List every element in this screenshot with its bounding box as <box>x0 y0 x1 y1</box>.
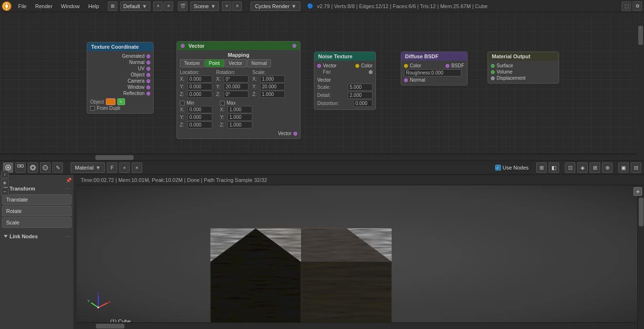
loc-z[interactable]: 0.000 <box>187 91 212 98</box>
rot-x[interactable]: 0° <box>224 75 249 83</box>
f-button[interactable]: F <box>107 162 117 173</box>
matout-surface-row: Surface <box>491 63 556 69</box>
node-toolbar-icon7[interactable]: ▣ <box>618 162 629 173</box>
menu-render[interactable]: Render <box>31 2 56 10</box>
mapping-fields: Location: X: 0.000 Y: 0.000 Z: 0.000 <box>180 69 297 98</box>
diffuse-normal-row: Normal <box>404 77 464 83</box>
view-nav-icon1[interactable]: ↕ <box>1 170 9 178</box>
scl-y[interactable]: 20.000 <box>260 83 285 90</box>
material-preview-icon[interactable] <box>40 162 51 173</box>
noise-distortion[interactable]: 0.000 <box>353 100 373 107</box>
use-nodes-checkbox[interactable]: ✓ <box>495 165 501 170</box>
svg-text:Y: Y <box>87 299 90 303</box>
diffuse-header: Diffuse BSDF <box>401 52 467 61</box>
link-nodes-pin[interactable]: ⋯ <box>65 234 70 239</box>
transform-pin[interactable]: ⋯ <box>65 186 70 191</box>
workspace-close[interactable]: × <box>164 1 173 11</box>
translate-button[interactable]: Translate <box>2 194 72 205</box>
render-preview-icon[interactable] <box>28 162 38 173</box>
scene-add[interactable]: + <box>222 1 231 11</box>
node-scrollbar-bottom-thumb[interactable] <box>95 155 134 160</box>
node-toolbar-icon3[interactable]: ⊡ <box>565 162 575 173</box>
max-checkbox[interactable] <box>220 101 225 106</box>
loc-x[interactable]: 0.000 <box>187 75 212 83</box>
scl-z[interactable]: 1.000 <box>260 91 285 98</box>
scl-x[interactable]: 1.000 <box>260 75 285 83</box>
viewport-left-icons: ↕ ⊕ ↔ <box>0 170 10 196</box>
remove-item-icon[interactable]: × <box>132 162 142 173</box>
viewport-add-button[interactable]: + <box>634 187 642 196</box>
menu-help[interactable]: Help <box>84 2 103 10</box>
link-nodes-expand-icon[interactable] <box>4 235 8 238</box>
roughness-field[interactable]: Roughness:0.000 <box>404 69 461 76</box>
noise-vector-row: Vector Color <box>317 63 373 69</box>
menu-file[interactable]: File <box>14 2 31 10</box>
node-scrollbar-bottom[interactable] <box>0 154 637 160</box>
noise-detail[interactable]: 2.000 <box>348 92 373 99</box>
node-toolbar-icon4[interactable]: ◈ <box>577 162 588 173</box>
node-toolbar-icon2[interactable]: ◧ <box>549 162 559 173</box>
use-nodes-toggle[interactable]: ✓ Use Nodes <box>495 165 529 170</box>
scene-selector[interactable]: Scene ▼ <box>190 1 219 11</box>
add-item-icon[interactable]: + <box>119 162 130 173</box>
node-toolbar-icon8[interactable]: ⊟ <box>631 162 641 173</box>
mapping-title: Mapping <box>180 52 297 58</box>
node-type-icon[interactable] <box>15 162 26 173</box>
scene-icon: 🎬 <box>178 1 187 11</box>
svg-point-11 <box>43 165 48 170</box>
max-y[interactable]: 1.000 <box>228 114 252 121</box>
viewport-scrollbar-bottom[interactable] <box>77 322 637 329</box>
blender-logo <box>2 1 11 11</box>
max-z[interactable]: 1.000 <box>228 121 252 128</box>
view-nav-icon3[interactable]: ↔ <box>1 188 9 195</box>
viewport-vscroll-thumb[interactable] <box>639 198 644 226</box>
screen-full[interactable]: ⬚ <box>622 1 631 11</box>
panel-pin-icon[interactable]: 📌 <box>66 178 72 183</box>
mapping-vector-socket <box>293 132 297 136</box>
rotate-button[interactable]: Rotate <box>2 206 72 216</box>
scale-button[interactable]: Scale <box>2 217 72 228</box>
material-dropdown[interactable]: Material ▼ <box>71 162 105 173</box>
viewport-scrollbar-right[interactable] <box>637 196 644 329</box>
from-dupli-checkbox[interactable] <box>90 106 95 111</box>
rot-x-row: X: 0° <box>216 75 249 83</box>
tab-normal[interactable]: Normal <box>247 59 271 67</box>
workspace-selector[interactable]: Default ▼ <box>120 1 151 11</box>
min-y[interactable]: 0.000 <box>187 114 212 121</box>
engine-selector[interactable]: Cycles Render ▼ <box>250 1 301 11</box>
tab-texture[interactable]: Texture <box>180 59 204 67</box>
min-checkbox[interactable] <box>180 101 185 106</box>
node-toolbar-icon1[interactable]: ⊞ <box>536 162 547 173</box>
user-prefs[interactable]: ⚙ <box>633 1 642 11</box>
min-max-row: Min X: 0.000 Y: 0.000 Z: 0.000 <box>180 100 297 129</box>
workspace-icon: ⊞ <box>108 1 117 11</box>
node-scrollbar-right[interactable] <box>637 25 644 160</box>
loc-y[interactable]: 0.000 <box>187 83 212 90</box>
viewport-canvas[interactable]: X Y Z (1) Cube + <box>77 185 644 329</box>
menu-window[interactable]: Window <box>57 2 83 10</box>
matout-displacement-row: Displacement <box>491 75 556 81</box>
workspace-add[interactable]: + <box>153 1 163 11</box>
noise-header: Noise Texture <box>314 52 375 61</box>
pencil-icon[interactable]: ✎ <box>52 162 63 173</box>
tab-vector[interactable]: Vector <box>225 59 247 67</box>
viewport-status-bar: Time:00:02.72 | Mem:10.01M, Peak:10.02M … <box>77 175 644 185</box>
tab-point[interactable]: Point <box>205 59 224 67</box>
rot-z-row: Z: 0° <box>216 91 249 98</box>
viewport-hscroll-thumb[interactable] <box>96 324 125 329</box>
texcoord-header: Texture Coordinate <box>87 42 153 51</box>
min-z[interactable]: 0.000 <box>187 121 212 128</box>
scrollbar-thumb[interactable] <box>638 26 643 45</box>
scene-close[interactable]: × <box>232 1 242 11</box>
node-toolbar-icon5[interactable]: ⊞ <box>590 162 600 173</box>
svg-marker-14 <box>301 262 392 329</box>
scl-x-row: X: 1.000 <box>252 75 285 83</box>
min-x[interactable]: 0.000 <box>187 106 212 113</box>
rot-z[interactable]: 0° <box>224 91 249 98</box>
svg-line-23 <box>98 303 108 308</box>
noise-scale[interactable]: 5.000 <box>348 84 373 91</box>
view-nav-icon2[interactable]: ⊕ <box>1 179 9 187</box>
node-toolbar-icon6[interactable]: ⊕ <box>602 162 613 173</box>
rot-y[interactable]: 20.000 <box>224 83 249 90</box>
max-x[interactable]: 1.000 <box>228 106 252 113</box>
